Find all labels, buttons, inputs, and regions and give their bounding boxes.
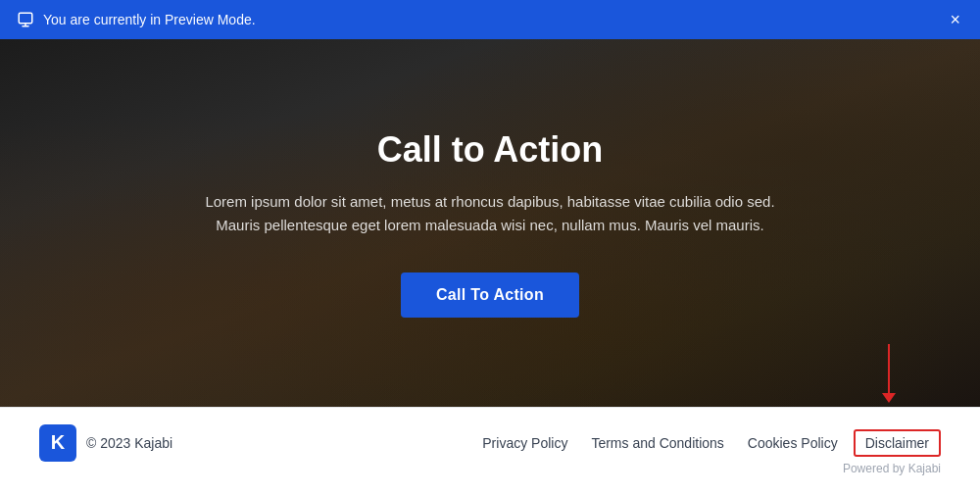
preview-banner: You are currently in Preview Mode. ×	[0, 0, 980, 39]
footer-brand: K © 2023 Kajabi	[39, 424, 172, 462]
svg-rect-0	[19, 13, 32, 24]
hero-subtitle-line1: Lorem ipsum dolor sit amet, metus at rho…	[205, 193, 774, 210]
arrow-line	[888, 344, 890, 393]
footer-main: K © 2023 Kajabi Privacy Policy Terms and…	[0, 424, 980, 462]
disclaimer-link[interactable]: Disclaimer	[854, 429, 941, 457]
hero-section: Call to Action Lorem ipsum dolor sit ame…	[0, 39, 980, 407]
footer-links: Privacy Policy Terms and Conditions Cook…	[474, 429, 941, 457]
preview-banner-message: You are currently in Preview Mode.	[16, 10, 256, 29]
arrow-head	[882, 393, 896, 403]
hero-subtitle: Lorem ipsum dolor sit amet, metus at rho…	[205, 190, 774, 237]
hero-title: Call to Action	[205, 129, 774, 171]
terms-conditions-link[interactable]: Terms and Conditions	[583, 431, 731, 455]
cookies-policy-link[interactable]: Cookies Policy	[740, 431, 846, 455]
cta-button[interactable]: Call To Action	[401, 272, 579, 318]
footer-copyright: © 2023 Kajabi	[86, 435, 172, 451]
kajabi-logo: K	[39, 424, 76, 462]
preview-banner-text: You are currently in Preview Mode.	[43, 12, 256, 27]
hero-content: Call to Action Lorem ipsum dolor sit ame…	[205, 129, 774, 318]
close-preview-button[interactable]: ×	[946, 7, 964, 32]
footer-powered-by: Powered by Kajabi	[0, 462, 980, 479]
preview-icon	[16, 10, 35, 29]
privacy-policy-link[interactable]: Privacy Policy	[474, 431, 575, 455]
footer: K © 2023 Kajabi Privacy Policy Terms and…	[0, 407, 980, 495]
disclaimer-arrow	[882, 344, 896, 403]
hero-subtitle-line2: Mauris pellentesque eget lorem malesuada…	[216, 217, 763, 233]
